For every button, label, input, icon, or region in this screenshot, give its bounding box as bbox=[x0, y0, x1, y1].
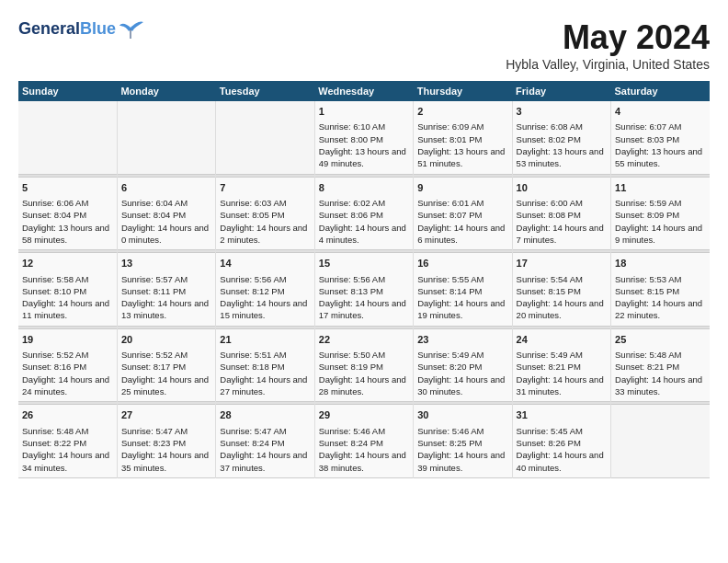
day-number: 31 bbox=[517, 408, 607, 422]
calendar-cell: 4Sunrise: 6:07 AMSunset: 8:03 PMDaylight… bbox=[611, 101, 710, 174]
daylight-text: Daylight: 14 hours and 30 minutes. bbox=[417, 373, 507, 398]
daylight-text: Daylight: 14 hours and 24 minutes. bbox=[22, 373, 113, 398]
sunrise-text: Sunrise: 6:06 AM bbox=[22, 197, 113, 209]
sunset-text: Sunset: 8:07 PM bbox=[417, 209, 507, 221]
calendar-cell: 26Sunrise: 5:48 AMSunset: 8:22 PMDayligh… bbox=[18, 405, 117, 478]
sunrise-text: Sunrise: 6:07 AM bbox=[615, 121, 706, 132]
calendar-cell: 6Sunrise: 6:04 AMSunset: 8:04 PMDaylight… bbox=[117, 177, 215, 250]
sunrise-text: Sunrise: 5:58 AM bbox=[22, 273, 113, 285]
daylight-text: Daylight: 14 hours and 4 minutes. bbox=[319, 222, 409, 247]
daylight-text: Daylight: 14 hours and 13 minutes. bbox=[121, 297, 211, 322]
sunrise-text: Sunrise: 5:47 AM bbox=[220, 425, 310, 437]
daylight-text: Daylight: 14 hours and 28 minutes. bbox=[319, 373, 409, 398]
sunset-text: Sunset: 8:12 PM bbox=[220, 285, 310, 297]
daylight-text: Daylight: 14 hours and 20 minutes. bbox=[517, 297, 607, 322]
calendar-cell: 9Sunrise: 6:01 AMSunset: 8:07 PMDaylight… bbox=[414, 177, 512, 250]
day-number: 6 bbox=[121, 181, 211, 195]
sunset-text: Sunset: 8:19 PM bbox=[319, 361, 409, 373]
daylight-text: Daylight: 14 hours and 0 minutes. bbox=[121, 222, 211, 247]
sunset-text: Sunset: 8:04 PM bbox=[22, 209, 113, 221]
calendar-cell: 10Sunrise: 6:00 AMSunset: 8:08 PMDayligh… bbox=[512, 177, 610, 250]
calendar-cell bbox=[117, 101, 215, 174]
calendar-cell: 15Sunrise: 5:56 AMSunset: 8:13 PMDayligh… bbox=[314, 253, 413, 327]
calendar-cell: 5Sunrise: 6:06 AMSunset: 8:04 PMDaylight… bbox=[18, 177, 117, 250]
week-row-3: 12Sunrise: 5:58 AMSunset: 8:10 PMDayligh… bbox=[18, 253, 710, 327]
sunrise-text: Sunrise: 5:49 AM bbox=[417, 349, 507, 361]
daylight-text: Daylight: 13 hours and 58 minutes. bbox=[22, 222, 113, 247]
sunset-text: Sunset: 8:24 PM bbox=[220, 437, 310, 449]
day-number: 24 bbox=[517, 333, 607, 347]
calendar-cell: 30Sunrise: 5:46 AMSunset: 8:25 PMDayligh… bbox=[414, 405, 512, 478]
sunset-text: Sunset: 8:15 PM bbox=[517, 285, 607, 297]
day-header-wednesday: Wednesday bbox=[314, 81, 413, 101]
calendar-cell: 25Sunrise: 5:48 AMSunset: 8:21 PMDayligh… bbox=[611, 328, 710, 402]
calendar-cell: 3Sunrise: 6:08 AMSunset: 8:02 PMDaylight… bbox=[512, 101, 610, 174]
sunrise-text: Sunrise: 5:51 AM bbox=[220, 349, 310, 361]
sunset-text: Sunset: 8:23 PM bbox=[121, 437, 211, 449]
day-header-sunday: Sunday bbox=[18, 81, 117, 101]
calendar-cell: 8Sunrise: 6:02 AMSunset: 8:06 PMDaylight… bbox=[314, 177, 413, 250]
daylight-text: Daylight: 14 hours and 40 minutes. bbox=[517, 449, 607, 474]
daylight-text: Daylight: 14 hours and 9 minutes. bbox=[615, 222, 706, 247]
calendar-cell: 22Sunrise: 5:50 AMSunset: 8:19 PMDayligh… bbox=[314, 328, 413, 402]
sunset-text: Sunset: 8:13 PM bbox=[319, 285, 409, 297]
sunset-text: Sunset: 8:15 PM bbox=[615, 285, 706, 297]
sunrise-text: Sunrise: 5:52 AM bbox=[22, 349, 113, 361]
day-number: 8 bbox=[319, 181, 409, 195]
day-header-thursday: Thursday bbox=[414, 81, 512, 101]
sunset-text: Sunset: 8:21 PM bbox=[517, 361, 607, 373]
calendar-cell: 24Sunrise: 5:49 AMSunset: 8:21 PMDayligh… bbox=[512, 328, 610, 402]
calendar-cell: 20Sunrise: 5:52 AMSunset: 8:17 PMDayligh… bbox=[117, 328, 215, 402]
day-number: 21 bbox=[220, 333, 310, 347]
calendar-cell bbox=[18, 101, 117, 174]
sunset-text: Sunset: 8:25 PM bbox=[417, 437, 507, 449]
day-number: 27 bbox=[121, 408, 211, 422]
day-number: 11 bbox=[615, 181, 706, 195]
calendar-cell: 17Sunrise: 5:54 AMSunset: 8:15 PMDayligh… bbox=[512, 253, 610, 327]
sunrise-text: Sunrise: 6:10 AM bbox=[319, 121, 409, 132]
day-header-saturday: Saturday bbox=[611, 81, 710, 101]
sunset-text: Sunset: 8:11 PM bbox=[121, 285, 211, 297]
calendar-cell: 23Sunrise: 5:49 AMSunset: 8:20 PMDayligh… bbox=[414, 328, 512, 402]
day-number: 23 bbox=[417, 333, 507, 347]
sunset-text: Sunset: 8:02 PM bbox=[517, 133, 607, 145]
calendar-cell: 11Sunrise: 5:59 AMSunset: 8:09 PMDayligh… bbox=[611, 177, 710, 250]
calendar-cell: 1Sunrise: 6:10 AMSunset: 8:00 PMDaylight… bbox=[314, 101, 413, 174]
day-number: 22 bbox=[319, 333, 409, 347]
calendar-cell: 29Sunrise: 5:46 AMSunset: 8:24 PMDayligh… bbox=[314, 405, 413, 478]
calendar-cell: 31Sunrise: 5:45 AMSunset: 8:26 PMDayligh… bbox=[512, 405, 610, 478]
logo: GeneralBlue bbox=[18, 18, 145, 40]
day-number: 5 bbox=[22, 181, 113, 195]
sunrise-text: Sunrise: 5:48 AM bbox=[22, 425, 113, 437]
sunrise-text: Sunrise: 5:57 AM bbox=[121, 273, 211, 285]
month-title: May 2024 bbox=[506, 18, 710, 57]
sunset-text: Sunset: 8:21 PM bbox=[615, 361, 706, 373]
page-header: GeneralBlue May 2024 Hybla Valley, Virgi… bbox=[18, 18, 710, 72]
sunrise-text: Sunrise: 5:48 AM bbox=[615, 349, 706, 361]
week-row-1: 1Sunrise: 6:10 AMSunset: 8:00 PMDaylight… bbox=[18, 101, 710, 174]
sunset-text: Sunset: 8:08 PM bbox=[517, 209, 607, 221]
daylight-text: Daylight: 14 hours and 15 minutes. bbox=[220, 297, 310, 322]
sunrise-text: Sunrise: 5:56 AM bbox=[319, 273, 409, 285]
sunrise-text: Sunrise: 5:45 AM bbox=[517, 425, 607, 437]
day-header-friday: Friday bbox=[512, 81, 610, 101]
daylight-text: Daylight: 14 hours and 17 minutes. bbox=[319, 297, 409, 322]
sunrise-text: Sunrise: 6:04 AM bbox=[121, 197, 211, 209]
day-number: 7 bbox=[220, 181, 310, 195]
sunrise-text: Sunrise: 5:46 AM bbox=[319, 425, 409, 437]
day-number: 19 bbox=[22, 333, 113, 347]
sunrise-text: Sunrise: 5:47 AM bbox=[121, 425, 211, 437]
daylight-text: Daylight: 13 hours and 55 minutes. bbox=[615, 145, 706, 170]
sunrise-text: Sunrise: 6:01 AM bbox=[417, 197, 507, 209]
day-number: 18 bbox=[615, 257, 706, 270]
calendar-cell: 27Sunrise: 5:47 AMSunset: 8:23 PMDayligh… bbox=[117, 405, 215, 478]
sunset-text: Sunset: 8:03 PM bbox=[615, 133, 706, 145]
daylight-text: Daylight: 14 hours and 27 minutes. bbox=[220, 373, 310, 398]
sunrise-text: Sunrise: 6:03 AM bbox=[220, 197, 310, 209]
location: Hybla Valley, Virginia, United States bbox=[506, 57, 710, 72]
calendar-cell: 14Sunrise: 5:56 AMSunset: 8:12 PMDayligh… bbox=[216, 253, 314, 327]
day-number: 12 bbox=[22, 257, 113, 270]
daylight-text: Daylight: 14 hours and 35 minutes. bbox=[121, 449, 211, 474]
logo-line1: General bbox=[18, 19, 80, 38]
daylight-text: Daylight: 14 hours and 11 minutes. bbox=[22, 297, 113, 322]
